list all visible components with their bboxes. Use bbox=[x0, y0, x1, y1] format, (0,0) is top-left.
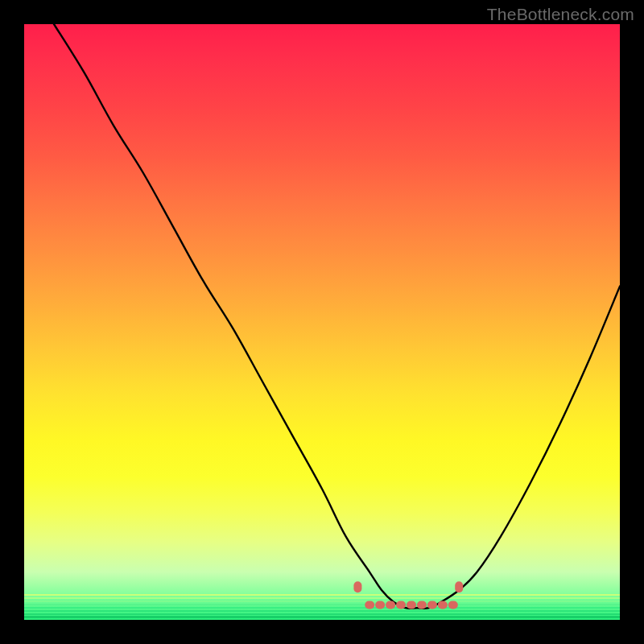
flat-marker bbox=[427, 601, 437, 609]
plot-area bbox=[24, 24, 620, 620]
flat-marker bbox=[438, 601, 448, 609]
chart-stage: TheBottleneck.com bbox=[0, 0, 644, 644]
flat-marker bbox=[386, 601, 395, 609]
curve-svg bbox=[24, 24, 620, 620]
flat-marker bbox=[375, 601, 385, 609]
flat-region-markers bbox=[353, 581, 463, 609]
flat-marker bbox=[365, 601, 374, 609]
flat-marker bbox=[417, 601, 427, 609]
flat-marker bbox=[396, 601, 406, 609]
flat-marker-shoulder bbox=[353, 581, 361, 592]
watermark-text: TheBottleneck.com bbox=[487, 5, 634, 24]
flat-marker bbox=[407, 601, 416, 609]
bottleneck-curve-path bbox=[54, 24, 620, 609]
flat-marker-shoulder bbox=[455, 581, 463, 592]
flat-marker bbox=[448, 601, 458, 609]
curve-group bbox=[54, 24, 620, 609]
